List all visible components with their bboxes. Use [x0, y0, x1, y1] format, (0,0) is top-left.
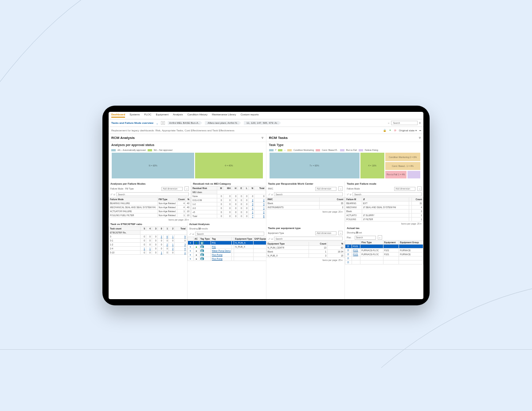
eqtype-dim-input[interactable] [315, 231, 336, 235]
table-row[interactable]: 5-100001001 [109, 251, 187, 255]
right-subpanels-2: Tasks per equipment type Equipment Type⌕… [266, 226, 424, 299]
tab-analysis[interactable]: Analysis [173, 113, 183, 118]
table-row[interactable]: ▾■▦P31N_PUB_X [188, 245, 266, 249]
failmodes-filter-2[interactable]: FM Type [125, 187, 133, 190]
eqtype-search-input[interactable] [274, 237, 343, 241]
table-row[interactable]: ☑ [345, 261, 423, 265]
table-row[interactable]: ▾■▦Floc Pump [188, 253, 266, 257]
table-row[interactable]: 00002619 [109, 235, 187, 239]
table-row[interactable]: ☑F101FURNACE-FLOCF101FURNACE [345, 253, 423, 257]
approval-block-aa[interactable]: N = 60% [111, 152, 195, 179]
table-row[interactable]: 0.01-0.990000022 [192, 198, 266, 202]
tab-systems[interactable]: Systems [129, 113, 140, 118]
approval-legend: AA – Automatically approved NA – Not app… [111, 148, 263, 152]
rwc-search-input[interactable] [274, 192, 343, 196]
table-row[interactable]: 2-30000011 [192, 206, 266, 210]
tab-floc[interactable]: FLOC [144, 113, 151, 118]
table-row[interactable]: MECHANICAL SEAL AND SEAL SYSTEM FAINon-A… [109, 206, 191, 209]
zoom-icon[interactable]: ⤢ [110, 193, 113, 196]
breadcrumb-3[interactable]: 11, 120, 147, 505, 479: Ar.. [244, 121, 281, 125]
rwc-search-btn[interactable]: ⌕ [338, 186, 343, 191]
table-row[interactable]: +50000012 [192, 210, 266, 214]
table-row[interactable]: 1-20000213 [109, 243, 187, 247]
table-row[interactable]: ☑ [345, 257, 423, 261]
fm-search-btn[interactable]: ⌕ [417, 186, 422, 191]
tasktype-block-rtf[interactable]: Run to Fail 1 = 4% [385, 170, 407, 179]
tab-custom-reports[interactable]: Custom reports [240, 113, 258, 118]
reset-icon[interactable]: ⟳ [394, 129, 396, 132]
breadcrumb-1[interactable]: Arrfini MEL BASE Bun-A.. [168, 121, 202, 125]
failmodes-filter-1[interactable]: Failure Mode [110, 187, 123, 190]
more-icon[interactable]: ••• [419, 129, 421, 132]
breadcrumb-2[interactable]: Alfero test plant, Arrfini N.. [205, 121, 241, 125]
table-row[interactable]: None0000000 [192, 194, 266, 198]
filter-icon[interactable]: ▿ [262, 136, 263, 140]
col-rcm-tasks: RCM Tasks▿ Task Type 7 – Condition Monit… [266, 134, 424, 299]
failmodes-pager[interactable]: Items per page: 25 ▾ [109, 217, 191, 222]
fm-search-input[interactable] [352, 192, 422, 196]
table-row[interactable]: Blank35 [266, 202, 344, 206]
title-chevron-icon[interactable]: ⌄ [156, 122, 158, 125]
fm-dim-input[interactable] [394, 187, 415, 191]
breadcrumb-list-icon[interactable]: ≡ [161, 121, 165, 125]
table-row[interactable]: ▾■▦P31N_PUM_A [188, 241, 266, 245]
approval-block-na[interactable]: 4 = 40% [195, 152, 263, 179]
add-icon[interactable]: ＋ [389, 128, 391, 132]
state-dropdown[interactable]: Original state ▾ [399, 129, 417, 132]
search-icon: ⌕ [271, 237, 273, 240]
tablet-frame: Dashboard Systems FLOC Equipment Analysi… [102, 106, 430, 305]
tasktype-block-7[interactable]: 7+ = 60% [269, 152, 360, 179]
tab-maintenance-library[interactable]: Maintenance Library [212, 113, 236, 118]
tab-dashboard[interactable]: Dashboard [111, 113, 125, 118]
breadcrumb-row: Tasks and Failure Mode overview ⌄ ≡ Arrf… [109, 119, 423, 127]
atas-dim-input[interactable] [355, 236, 376, 240]
eqtype-search-btn[interactable]: ⌕ [338, 231, 343, 235]
table-row[interactable]: 1-20000033 [192, 202, 266, 206]
tab-equipment[interactable]: Equipment [156, 113, 168, 118]
table-row[interactable]: ▾■▦Floc Pump [188, 257, 266, 261]
table-row[interactable]: Blank3 [345, 209, 423, 213]
fm-pager[interactable]: Items per page: 25 ▾ [345, 221, 423, 226]
rwc-pager[interactable]: Items per page: 25 ▾ [266, 209, 345, 214]
table-row[interactable]: Total0000078 [192, 214, 266, 218]
table-row[interactable]: N_PUM_CENTR1360 [266, 246, 344, 250]
failmodes-dim-input[interactable] [161, 187, 183, 191]
zoom-icon[interactable]: ⤢ [189, 232, 192, 235]
filter-icon[interactable]: ▿ [419, 136, 421, 140]
table-row[interactable]: N_PUB_X315 [266, 254, 344, 258]
tasktype-title: Task Type [266, 142, 424, 148]
failmodes-search-btn[interactable]: ⌕ [184, 186, 189, 191]
actual-search-input[interactable] [195, 232, 264, 236]
rwc-dim-input[interactable] [315, 187, 336, 191]
page-title[interactable]: Tasks and Failure Mode overview [111, 122, 153, 124]
table-row[interactable]: ACTUATOR FAILURENon-Age Related110 [109, 209, 191, 213]
table-row[interactable]: MECHANI⇵ SEAL AND SEAL SYSTEM FAI4 [345, 206, 423, 209]
table-row[interactable]: ☑F101FURNACE-FLOCF101FURNACE [345, 249, 423, 253]
table-row[interactable]: ▾■▦Water Pump Demo [188, 249, 266, 253]
atas-search-btn[interactable]: ⌕ [378, 235, 382, 240]
zoom-icon[interactable]: ⤢ [268, 237, 270, 240]
table-row[interactable]: BEARING FAILURENon-Age Related440 [109, 202, 191, 206]
failmodes-search-input[interactable] [116, 192, 189, 196]
table-row[interactable]: Blank119.04 [266, 250, 344, 254]
panel-rwc: Tasks per Responsible Work Center RWC⌕ ⤢… [266, 182, 345, 226]
hamburger-icon[interactable]: ≡ [419, 122, 421, 124]
lock-icon[interactable]: 🔒 [383, 129, 386, 132]
tasktype-block-cbr[interactable]: Cond. Based.. 1 = 4% [385, 162, 421, 170]
zoom-icon[interactable]: ⤢ [268, 193, 270, 196]
table-row[interactable]: 0-10000000 [109, 239, 187, 243]
global-search-input[interactable] [391, 121, 418, 125]
tasktype-block-ff[interactable] [407, 170, 421, 179]
tasktype-block-cm[interactable]: Condition Monitoring 2 = 6% [385, 152, 421, 162]
tasktype-block-dash[interactable]: 4 = 16% [360, 152, 385, 179]
table-row[interactable]: INSTRUMENTS2 [266, 206, 344, 209]
table-row[interactable]: ☑F101 [345, 245, 423, 249]
zoom-icon[interactable]: ⤢ [347, 193, 349, 196]
table-row[interactable]: FOULING FUEL FILTERNon-Age Related110 [109, 213, 191, 217]
tab-condition-history[interactable]: Condition History [187, 113, 207, 118]
table-row[interactable]: FOULING⇵ FILTER1 [345, 217, 423, 221]
table-row[interactable]: BEARINGEXT31 [345, 202, 423, 206]
table-row[interactable]: ACTUATO⇵ SLURRY1 [345, 213, 423, 217]
table-row[interactable]: 2-41100024 [109, 247, 187, 251]
eqtype-pager[interactable]: Items per page: 25 ▾ [266, 258, 345, 262]
